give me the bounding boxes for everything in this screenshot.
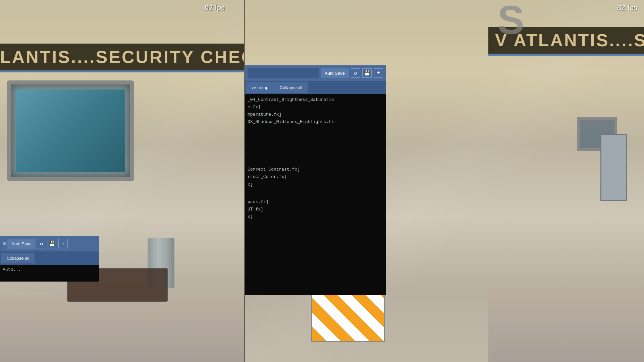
code-line-6: rrect_Color.fx] <box>248 173 383 181</box>
banner-left-text: LANTIS....SECURITY CHECKP <box>0 47 244 67</box>
add-button-right[interactable]: + <box>374 68 383 78</box>
save-button-left[interactable]: 💾 <box>48 239 57 248</box>
fps-counter-left: 62 fps <box>205 3 225 12</box>
code-line-7: x] <box>248 181 383 188</box>
auto-save-button-left[interactable]: Auto Save <box>7 239 36 249</box>
ui-panel-left: Auto Save ↺ 💾 + Collapse all Auto... <box>0 236 99 282</box>
code-line-1: _04_Contrast_Brightness_Saturatio <box>248 96 383 104</box>
banner-left: LANTIS....SECURITY CHECKP <box>0 44 244 70</box>
code-line-8: pack.fx] <box>248 198 383 206</box>
panel-title-right <box>248 68 319 78</box>
undo-button-right[interactable]: ↺ <box>351 68 360 78</box>
viewport-left: LANTIS....SECURITY CHECKP 62 fps <box>0 0 244 362</box>
code-line-9: UT.fx] <box>248 206 383 213</box>
collapse-all-button-left[interactable]: Collapse all <box>1 253 35 263</box>
auto-label-left: Auto... <box>3 266 96 274</box>
panel-indicator-dot <box>3 242 6 245</box>
hatch-inner <box>16 89 125 172</box>
panel-content-left: Auto... <box>0 265 99 282</box>
panel-toolbar-right: ve to top Collapse all <box>245 81 386 94</box>
equipment-panel-right <box>600 134 627 201</box>
code-spacer <box>248 126 383 166</box>
ground-left <box>0 295 244 362</box>
panel-header-right: Auto Save ↺ 💾 + <box>245 65 386 81</box>
hatch-left <box>7 80 134 181</box>
undo-button-left[interactable]: ↺ <box>37 239 46 248</box>
collapse-all-button-right[interactable]: Collapse all <box>274 82 308 93</box>
code-line-3: mperature.fx] <box>248 111 383 118</box>
code-line-5: Correct_Contrast.fx] <box>248 166 383 173</box>
ui-panel-right: Auto Save ↺ 💾 + ve to top Collapse all _… <box>245 65 386 295</box>
code-line-4: 03_Shadows_Midtones_Highlights.fx <box>248 118 383 126</box>
save-button-right[interactable]: 💾 <box>362 68 372 78</box>
panel-header-left: Auto Save ↺ 💾 + <box>0 236 99 251</box>
fps-counter-right: 82 fps <box>617 3 637 12</box>
code-line-10: x] <box>248 213 383 221</box>
add-button-left[interactable]: + <box>58 239 68 248</box>
viewport-divider <box>244 0 245 362</box>
accent-bar-right <box>488 54 644 56</box>
code-line-2: e.fx] <box>248 104 383 111</box>
ground-right <box>488 288 644 362</box>
digit-s: S <box>497 0 524 43</box>
auto-save-button-right[interactable]: Auto Save <box>321 68 349 78</box>
panel-toolbar-left: Collapse all <box>0 251 99 265</box>
move-to-top-button[interactable]: ve to top <box>246 82 274 93</box>
panel-content-right: _04_Contrast_Brightness_Saturatio e.fx] … <box>245 94 386 295</box>
accent-bar-left <box>0 70 244 72</box>
